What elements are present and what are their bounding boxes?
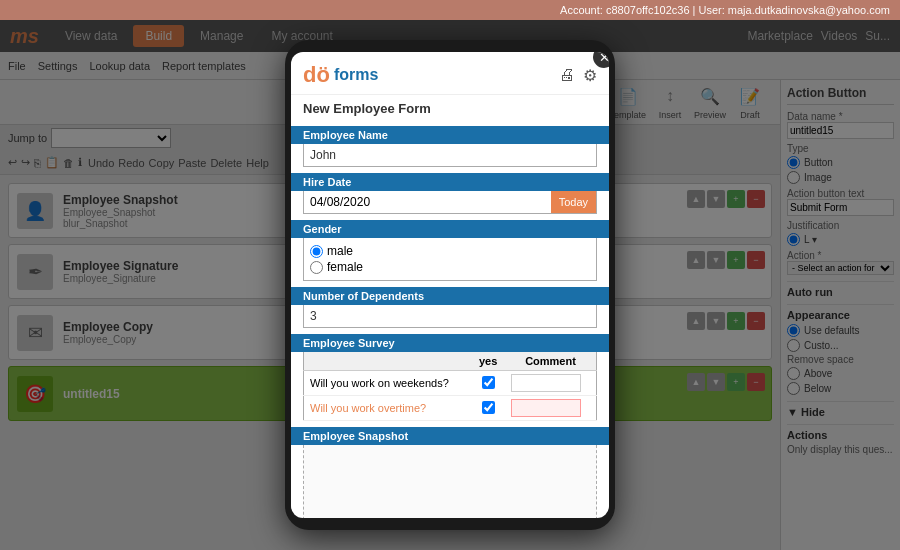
today-button[interactable]: Today [551, 191, 596, 213]
table-row: Will you work on weekends? [304, 371, 597, 396]
gender-female-label: female [327, 260, 363, 274]
account-text: Account: c8807offc102c36 | User: maja.du… [560, 4, 890, 16]
survey-check-2 [471, 396, 505, 421]
account-bar: Account: c8807offc102c36 | User: maja.du… [0, 0, 900, 20]
survey-comment-input-1[interactable] [511, 374, 581, 392]
modal-logo: dö forms [303, 62, 378, 88]
gender-male-label: male [327, 244, 353, 258]
field-label-dependents: Number of Dependents [291, 287, 609, 305]
survey-col-yes: yes [471, 352, 505, 371]
gender-radio-group: male female [303, 238, 597, 281]
survey-check-1 [471, 371, 505, 396]
field-label-name: Employee Name [291, 126, 609, 144]
hire-date-input[interactable] [304, 191, 551, 213]
survey-comment-1 [505, 371, 597, 396]
survey-comment-2 [505, 396, 597, 421]
field-label-snapshot: Employee Snapshot [291, 427, 609, 445]
logo-do: dö [303, 62, 330, 88]
gender-male-radio[interactable] [310, 245, 323, 258]
field-label-survey: Employee Survey [291, 334, 609, 352]
survey-col-question [304, 352, 472, 371]
print-icon[interactable]: 🖨 [559, 66, 575, 85]
field-label-gender: Gender [291, 220, 609, 238]
employee-name-input[interactable] [303, 144, 597, 167]
table-row: Will you work overtime? [304, 396, 597, 421]
dependents-input[interactable] [303, 305, 597, 328]
gender-male-row: male [310, 244, 590, 258]
modal-header-icons: 🖨 ⚙ [559, 66, 597, 85]
modal-overlay: ✕ dö forms 🖨 ⚙ New Employee Form [0, 20, 900, 550]
gender-female-radio[interactable] [310, 261, 323, 274]
modal-form-title: New Employee Form [291, 95, 609, 120]
survey-table: yes Comment Will you work on weekends? [303, 352, 597, 421]
field-label-hire-date: Hire Date [291, 173, 609, 191]
snapshot-area [303, 445, 597, 518]
survey-col-comment: Comment [505, 352, 597, 371]
survey-question-2: Will you work overtime? [304, 396, 472, 421]
logo-forms: forms [334, 66, 378, 84]
modal-device: ✕ dö forms 🖨 ⚙ New Employee Form [285, 40, 615, 530]
survey-checkbox-1[interactable] [482, 376, 495, 389]
survey-question-1: Will you work on weekends? [304, 371, 472, 396]
gender-female-row: female [310, 260, 590, 274]
modal-body: Employee Name Hire Date Today Gender mal… [291, 120, 609, 518]
survey-checkbox-2[interactable] [482, 401, 495, 414]
modal-header: dö forms 🖨 ⚙ [291, 52, 609, 95]
settings-icon[interactable]: ⚙ [583, 66, 597, 85]
survey-comment-input-2[interactable] [511, 399, 581, 417]
date-row: Today [303, 191, 597, 214]
modal-screen: ✕ dö forms 🖨 ⚙ New Employee Form [291, 52, 609, 518]
